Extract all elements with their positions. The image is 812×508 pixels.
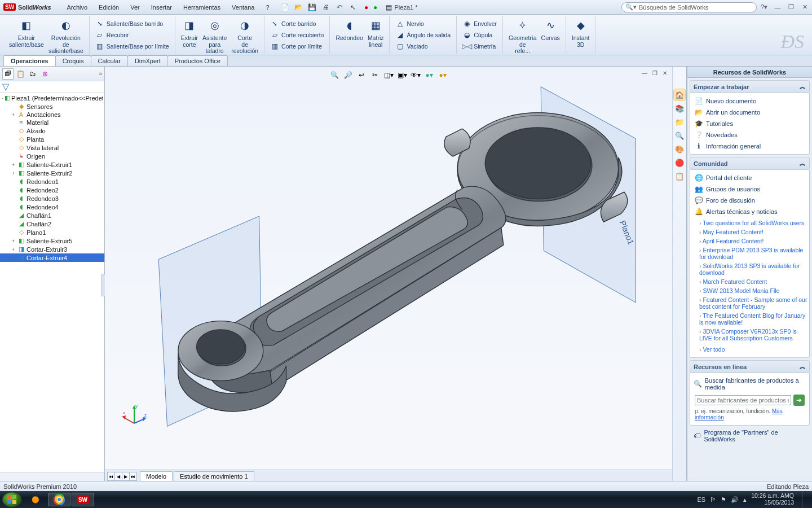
section-getting-started[interactable]: Empezar a trabajar︽ [690, 80, 810, 93]
tray-clock[interactable]: 10:26 a.m. AMQ15/05/2013 [751, 493, 794, 506]
online-search-input[interactable] [695, 395, 791, 405]
mirror-button[interactable]: ▷◁Simetría [460, 41, 498, 52]
tree-item[interactable]: ◇Vista lateral [0, 143, 104, 152]
draft-button[interactable]: ◢Ángulo de salida [393, 29, 453, 41]
taskbar-media-player[interactable]: 🟠 [24, 493, 47, 506]
tray-action-center-icon[interactable]: ⚑ [721, 496, 726, 503]
options-icon[interactable]: ▤ [385, 3, 394, 12]
menu-archivo[interactable]: Archivo [61, 2, 93, 13]
fillet-button[interactable]: ◖Redondeo [333, 17, 365, 43]
partners-program[interactable]: 🏷Programa de "Partners" de SolidWorks [687, 426, 812, 446]
community-link[interactable]: 👥Grupos de usuarios [691, 183, 808, 195]
property-manager-tab[interactable]: 📋 [15, 68, 26, 80]
getting-started-link[interactable]: ℹInformación general [691, 141, 808, 152]
news-link[interactable]: April Featured Content! [699, 237, 808, 246]
cut-revolve-button[interactable]: ◑Cortederevolución [229, 17, 261, 56]
ribbon-tab-croquis[interactable]: Croquis [55, 55, 91, 66]
select-icon[interactable]: ↖ [348, 3, 358, 12]
start-button[interactable] [2, 492, 21, 507]
rebuild-icon[interactable]: ● [362, 3, 371, 12]
tree-item[interactable]: +◨Cortar-Extruir3 [0, 245, 104, 253]
news-link[interactable]: SWW 2013 Model Mania File [699, 286, 808, 295]
getting-started-link[interactable]: ❔Novedades [691, 129, 808, 141]
mdi-restore[interactable]: ❐ [651, 69, 659, 77]
getting-started-link[interactable]: 🎓Tutoriales [691, 118, 808, 129]
taskpane-explorer-icon[interactable]: 📁 [674, 116, 685, 128]
previous-view-icon[interactable]: ↩ [356, 70, 367, 80]
menu-herramientas[interactable]: Herramientas [178, 2, 226, 13]
edit-appearance-icon[interactable]: ●▾ [424, 70, 434, 80]
section-view-icon[interactable]: ✂ [370, 70, 380, 80]
tree-item[interactable]: ◢Chaflán2 [0, 220, 104, 228]
online-search-go[interactable]: ➔ [793, 395, 805, 406]
filter-icon[interactable]: ▽ [2, 81, 9, 92]
rib-button[interactable]: △Nervio [393, 18, 426, 29]
cut-loft-button[interactable]: ▱Corte recubierto [268, 29, 326, 41]
getting-started-link[interactable]: 📂Abrir un documento [691, 107, 808, 118]
community-link[interactable]: 🌐Portal del cliente [691, 172, 808, 183]
menu-ver[interactable]: Ver [125, 2, 145, 13]
tab-last[interactable]: ⏭ [129, 472, 137, 481]
taskpane-home-icon[interactable]: 🏠 [674, 89, 685, 100]
dome-button[interactable]: ◒Cúpula [460, 29, 495, 41]
ribbon-tab-calcular[interactable]: Calcular [91, 55, 128, 66]
tree-item[interactable]: ◖Redondeo4 [0, 203, 104, 211]
shell-button[interactable]: ▢Vaciado [393, 41, 430, 52]
section-online-resources[interactable]: Recursos en línea︽ [690, 360, 810, 373]
tree-item[interactable]: +◨Cortar-Extruir4 [0, 253, 104, 262]
tree-item[interactable]: ◖Redondeo3 [0, 194, 104, 203]
news-link[interactable]: SolidWorks 2013 SP3 is available for dow… [699, 261, 808, 277]
maximize-button[interactable]: ❐ [785, 2, 797, 12]
graphics-viewport[interactable]: Alzado Plano1 [105, 67, 672, 481]
tree-item[interactable]: ◇Plano1 [0, 228, 104, 237]
mdi-close[interactable]: ✕ [661, 69, 669, 77]
tree-item[interactable]: ◢Chaflán1 [0, 211, 104, 220]
expand-arrows-icon[interactable]: » [99, 71, 102, 77]
taskpane-library-icon[interactable]: 📚 [674, 103, 685, 114]
menu-?[interactable]: ? [260, 2, 275, 13]
tab-first[interactable]: ⏮ [107, 472, 115, 481]
tab-model[interactable]: Modelo [140, 471, 173, 481]
tree-item[interactable]: +◧Saliente-Extruir5 [0, 237, 104, 245]
community-link[interactable]: 💬Foro de discusión [691, 195, 808, 206]
menu-ventana[interactable]: Ventana [226, 2, 260, 13]
tree-item[interactable]: +◧Saliente-Extruir1 [0, 160, 104, 169]
tree-item[interactable]: ≡Material [0, 119, 104, 126]
tab-next[interactable]: ▶ [122, 472, 130, 481]
reference-geometry-button[interactable]: ✧Geometríaderefe... [506, 17, 539, 56]
swept-boss-button[interactable]: ➘Saliente/Base barrido [93, 18, 165, 29]
news-link[interactable]: March Featured Content [699, 277, 808, 286]
open-icon[interactable]: 📂 [294, 3, 303, 12]
mdi-minimize[interactable]: — [641, 69, 648, 77]
zoom-area-icon[interactable]: 🔎 [343, 70, 353, 80]
save-icon[interactable]: 💾 [308, 3, 317, 12]
tree-item[interactable]: ◖Redondeo2 [0, 186, 104, 194]
print-icon[interactable]: 🖨 [321, 3, 330, 12]
tree-item[interactable]: ◖Redondeo1 [0, 177, 104, 186]
news-link[interactable]: May Featured Content! [699, 227, 808, 237]
search-box[interactable]: 🔍▾ Búsqueda de SolidWorks [621, 2, 757, 12]
show-desktop[interactable] [802, 492, 807, 507]
taskpane-appearance-icon[interactable]: 🔴 [674, 157, 685, 168]
dimxpert-tab[interactable]: ⊕ [39, 68, 51, 80]
hide-show-icon[interactable]: 👁▾ [411, 70, 421, 80]
menu-edición[interactable]: Edición [93, 2, 125, 13]
apply-scene-icon[interactable]: ●▾ [438, 70, 448, 80]
zoom-fit-icon[interactable]: 🔍 [329, 70, 339, 80]
tray-lang[interactable]: ES [697, 496, 705, 503]
tree-root[interactable]: -◧ Pieza1 (Predeterminado<<Predeterminad… [0, 94, 104, 102]
tree-item[interactable]: ◇Alzado [0, 126, 104, 135]
boundary-boss-button[interactable]: ▥Saliente/Base por límite [93, 41, 171, 52]
wrap-button[interactable]: ◉Envolver [460, 18, 499, 29]
news-link[interactable]: Featured Content - Sample some of our be… [699, 295, 808, 311]
ribbon-tab-productos office[interactable]: Productos Office [167, 55, 228, 66]
help-icon[interactable]: ?▾ [758, 2, 770, 12]
tray-chevron-icon[interactable]: ▴ [743, 496, 747, 503]
display-style-icon[interactable]: ▣▾ [397, 70, 407, 80]
view-orientation-icon[interactable]: ◫▾ [383, 70, 394, 80]
feature-tree-tab[interactable]: 🗊 [2, 68, 14, 80]
tray-volume-icon[interactable]: 🔊 [731, 496, 739, 503]
taskbar-chrome[interactable] [48, 493, 70, 506]
configuration-tab[interactable]: 🗂 [27, 68, 38, 80]
link-see-all[interactable]: Ver todo [699, 345, 808, 354]
